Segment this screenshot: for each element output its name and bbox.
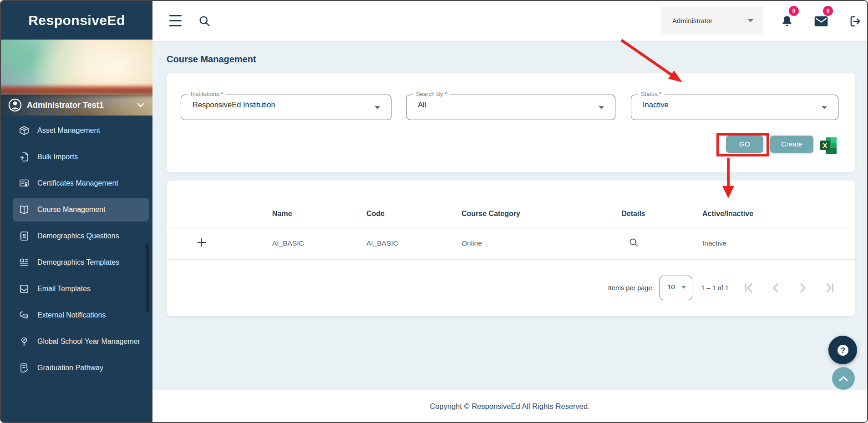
sidebar-photo: Administrator Test1 bbox=[1, 40, 152, 116]
table-row: AI_BASIC AI_BASIC Online Inactive bbox=[167, 227, 855, 260]
sidebar-item-demographics-questions[interactable]: Demographics Questions bbox=[1, 223, 152, 249]
chevron-down-icon bbox=[137, 103, 144, 107]
page-size-select[interactable]: 10 bbox=[660, 276, 692, 300]
pagination-range: 1 – 1 of 1 bbox=[701, 284, 729, 292]
expand-row-icon[interactable] bbox=[196, 237, 208, 248]
header-details: Details bbox=[580, 190, 687, 218]
status-label: Status:* bbox=[638, 91, 664, 97]
sidebar-item-label: Demographics Questions bbox=[37, 232, 119, 240]
courses-table: Name Code Course Category Details Active… bbox=[167, 181, 855, 316]
sidebar-item-course-management[interactable]: Course Management bbox=[1, 196, 152, 223]
last-page-icon[interactable] bbox=[824, 282, 836, 294]
certificate-icon bbox=[19, 178, 30, 189]
app-window: ResponsiveEd Administrator Test1 Asset M… bbox=[0, 0, 868, 423]
messages-badge: 0 bbox=[823, 6, 833, 16]
status-value: Inactive bbox=[643, 101, 669, 109]
brand-name: ResponsiveEd bbox=[28, 13, 125, 28]
sidebar-item-label: Bulk Imports bbox=[37, 153, 78, 161]
page-title: Course Management bbox=[167, 54, 256, 65]
search-by-value: All bbox=[418, 101, 426, 109]
file-import-icon bbox=[19, 151, 30, 162]
chevron-down-icon bbox=[599, 106, 604, 109]
sidebar-item-bulk-imports[interactable]: Bulk Imports bbox=[1, 144, 152, 170]
header-expand bbox=[167, 194, 272, 214]
file-check-icon bbox=[19, 363, 30, 373]
sidebar-item-external-notifications[interactable]: External Notifications bbox=[1, 302, 152, 328]
first-page-icon[interactable] bbox=[742, 282, 754, 294]
sidebar-item-label: Certificates Management bbox=[37, 179, 118, 187]
sidebar-item-email-templates[interactable]: Email Templates bbox=[1, 276, 152, 302]
sidebar-item-label: External Notifications bbox=[37, 311, 106, 319]
prev-page-icon[interactable] bbox=[770, 282, 782, 294]
chevron-down-icon bbox=[822, 106, 827, 109]
cell-status: Inactive bbox=[687, 239, 855, 247]
create-button[interactable]: Create bbox=[770, 136, 813, 153]
sidebar-item-label: Asset Management bbox=[37, 126, 100, 135]
template-list-icon bbox=[19, 257, 30, 268]
question-icon: ? bbox=[836, 343, 850, 357]
main-content: Course Management Institutions:* Respons… bbox=[152, 41, 867, 422]
sidebar-nav: Asset Management Bulk Imports Certificat… bbox=[1, 117, 152, 381]
institutions-label: Institutions:* bbox=[188, 91, 226, 97]
sidebar-item-label: Email Templates bbox=[37, 285, 91, 293]
box-icon bbox=[19, 125, 30, 136]
copyright-text: Copyright © ResponsiveEd All Rights Rese… bbox=[430, 402, 590, 411]
role-selector[interactable]: Administrator bbox=[661, 6, 763, 35]
table-header-row: Name Code Course Category Details Active… bbox=[167, 181, 855, 227]
search-icon[interactable] bbox=[198, 15, 211, 27]
cell-code: AI_BASIC bbox=[366, 239, 462, 247]
contact-book-icon bbox=[19, 231, 30, 242]
sidebar-item-global-school-year-management[interactable]: Global School Year Management bbox=[1, 328, 152, 355]
chevron-down-icon bbox=[681, 286, 686, 289]
bell-icon[interactable] bbox=[780, 15, 794, 28]
sidebar-item-demographics-templates[interactable]: Demographics Templates bbox=[1, 249, 152, 276]
user-name: Administrator Test1 bbox=[27, 101, 137, 110]
sidebar-scrollbar[interactable] bbox=[146, 244, 149, 312]
user-menu[interactable]: Administrator Test1 bbox=[1, 95, 152, 116]
page-size-value: 10 bbox=[668, 283, 675, 291]
chat-bubbles-icon bbox=[19, 310, 30, 321]
next-page-icon[interactable] bbox=[797, 282, 809, 294]
sidebar-item-label: Course Management bbox=[37, 206, 105, 214]
chevron-down-icon bbox=[748, 19, 753, 22]
institutions-value: ResponsiveEd Institution bbox=[193, 101, 275, 109]
menu-icon[interactable] bbox=[169, 15, 182, 26]
scroll-top-button[interactable] bbox=[832, 367, 855, 390]
search-by-label: Search By:* bbox=[413, 91, 450, 97]
svg-text:?: ? bbox=[840, 346, 845, 355]
cell-name: AI_BASIC bbox=[272, 239, 366, 247]
sidebar-item-graduation-pathway[interactable]: Graduation Pathway bbox=[1, 355, 152, 381]
sidebar-item-asset-management[interactable]: Asset Management bbox=[1, 117, 152, 144]
search-by-select[interactable]: Search By:* All bbox=[406, 95, 615, 120]
chevron-down-icon bbox=[375, 106, 380, 109]
cell-category: Online bbox=[462, 239, 580, 247]
sidebar-item-label: Global School Year Management bbox=[37, 337, 140, 346]
go-button[interactable]: GO bbox=[726, 136, 763, 153]
globe-icon bbox=[19, 336, 30, 347]
sidebar: ResponsiveEd Administrator Test1 Asset M… bbox=[1, 1, 152, 422]
header-code: Code bbox=[366, 190, 462, 218]
sidebar-item-label: Graduation Pathway bbox=[37, 364, 103, 372]
brand-logo: ResponsiveEd bbox=[1, 1, 152, 40]
header-name: Name bbox=[272, 190, 366, 218]
status-select[interactable]: Status:* Inactive bbox=[631, 95, 838, 120]
header-category: Course Category bbox=[462, 190, 580, 218]
chevron-up-icon bbox=[839, 376, 848, 381]
notifications-badge: 0 bbox=[789, 6, 799, 16]
logout-icon[interactable] bbox=[849, 15, 863, 28]
mail-icon[interactable] bbox=[813, 15, 829, 28]
open-book-icon bbox=[19, 204, 30, 215]
institutions-select[interactable]: Institutions:* ResponsiveEd Institution bbox=[181, 95, 391, 120]
topbar: Administrator 0 0 bbox=[152, 1, 867, 41]
header-active: Active/Inactive bbox=[687, 190, 855, 218]
items-per-page-label: Items per page: bbox=[608, 284, 654, 292]
svg-text:X: X bbox=[822, 141, 827, 149]
sidebar-item-certificates-management[interactable]: Certificates Management bbox=[1, 170, 152, 196]
inbox-icon bbox=[19, 283, 30, 294]
magnifier-icon[interactable] bbox=[628, 237, 639, 248]
help-button[interactable]: ? bbox=[828, 336, 857, 364]
sidebar-item-label: Demographics Templates bbox=[37, 258, 119, 267]
excel-export-icon[interactable]: X bbox=[820, 136, 837, 155]
pagination: Items per page: 10 1 – 1 of 1 bbox=[167, 260, 855, 316]
filter-panel: Institutions:* ResponsiveEd Institution … bbox=[167, 73, 855, 172]
